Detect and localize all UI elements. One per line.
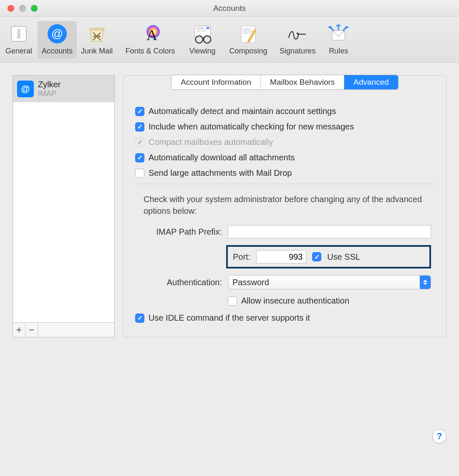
checkbox[interactable] <box>135 169 144 178</box>
window-controls <box>0 5 38 12</box>
toolbar-label: Rules <box>329 47 348 56</box>
toolbar-label: Junk Mail <box>81 47 113 56</box>
toolbar-label: Accounts <box>42 47 73 56</box>
svg-text:A: A <box>146 27 157 43</box>
settings-panel: Account Information Mailbox Behaviors Ad… <box>123 75 446 337</box>
option-compact-mailboxes: Compact mailboxes automatically <box>135 137 434 147</box>
toolbar-item-rules[interactable]: Rules <box>320 21 357 59</box>
tabs-bar: Account Information Mailbox Behaviors Ad… <box>124 75 446 90</box>
option-label: Automatically detect and maintain accoun… <box>149 106 336 116</box>
option-auto-detect[interactable]: Automatically detect and maintain accoun… <box>135 106 434 116</box>
imap-prefix-input[interactable] <box>228 225 431 238</box>
port-input[interactable] <box>256 250 306 263</box>
options-section: Automatically detect and maintain accoun… <box>124 90 446 337</box>
toolbar-label: General <box>5 47 32 56</box>
option-label: Include when automatically checking for … <box>149 122 354 132</box>
svg-rect-18 <box>243 28 250 30</box>
toolbar-item-junk-mail[interactable]: Junk Mail <box>77 21 117 59</box>
tab-account-information[interactable]: Account Information <box>171 75 260 89</box>
port-ssl-highlight: Port: Use SSL <box>226 245 431 268</box>
toolbar-item-viewing[interactable]: Viewing <box>184 21 221 59</box>
account-row[interactable]: @ Zylker IMAP <box>13 76 114 102</box>
option-use-idle[interactable]: Use IDLE command if the server supports … <box>135 313 434 323</box>
add-account-button[interactable]: + <box>13 323 25 337</box>
svg-rect-20 <box>243 33 251 34</box>
account-name: Zylker <box>38 80 61 89</box>
rules-icon <box>328 23 349 44</box>
option-allow-insecure[interactable]: Allow insecure authentication <box>228 296 431 306</box>
minimize-window-button[interactable] <box>19 5 26 12</box>
svg-text:@: @ <box>51 27 63 40</box>
option-label: Send large attachments with Mail Drop <box>149 168 292 178</box>
svg-rect-4 <box>89 28 104 30</box>
advanced-hint: Check with your system administrator bef… <box>144 193 431 217</box>
sidebar-spacer <box>13 102 114 322</box>
general-icon <box>8 23 29 44</box>
option-label: Allow insecure authentication <box>241 296 349 306</box>
titlebar: Accounts <box>0 0 459 17</box>
checkbox[interactable] <box>135 107 144 116</box>
remove-account-button[interactable]: − <box>25 323 38 337</box>
toolbar-item-composing[interactable]: Composing <box>221 21 275 59</box>
toolbar-item-general[interactable]: General <box>0 21 38 59</box>
checkbox[interactable] <box>135 153 144 162</box>
use-ssl-label: Use SSL <box>327 252 360 262</box>
toolbar-label: Composing <box>230 47 267 56</box>
authentication-value: Password <box>232 278 269 287</box>
tab-advanced[interactable]: Advanced <box>344 75 398 89</box>
option-mail-drop[interactable]: Send large attachments with Mail Drop <box>135 168 434 178</box>
svg-rect-1 <box>17 29 20 39</box>
viewing-icon <box>192 23 213 44</box>
sidebar-footer: + − <box>13 322 114 337</box>
select-stepper-icon <box>420 276 431 289</box>
content-area: @ Zylker IMAP + − Account Information Ma… <box>0 63 459 350</box>
zoom-window-button[interactable] <box>31 5 38 12</box>
accounts-icon: @ <box>47 23 68 44</box>
at-sign-icon: @ <box>17 81 34 97</box>
checkbox[interactable] <box>228 296 237 306</box>
checkbox <box>135 138 144 147</box>
account-type: IMAP <box>38 89 61 98</box>
window-title: Accounts <box>213 4 246 13</box>
toolbar-item-accounts[interactable]: @ Accounts <box>38 21 77 59</box>
toolbar-label: Signatures <box>280 47 315 56</box>
option-download-attachments[interactable]: Automatically download all attachments <box>135 153 434 162</box>
option-label: Compact mailboxes automatically <box>149 137 273 147</box>
checkbox[interactable] <box>135 122 144 132</box>
fonts-colors-icon: A <box>140 23 161 44</box>
close-window-button[interactable] <box>8 5 14 12</box>
use-ssl-checkbox[interactable] <box>312 252 321 261</box>
imap-prefix-label: IMAP Path Prefix: <box>139 227 222 237</box>
option-include-check[interactable]: Include when automatically checking for … <box>135 122 434 132</box>
svg-rect-11 <box>196 28 204 29</box>
option-label: Automatically download all attachments <box>149 153 295 162</box>
svg-rect-19 <box>243 30 253 32</box>
tab-mailbox-behaviors[interactable]: Mailbox Behaviors <box>260 75 344 89</box>
svg-rect-13 <box>196 31 207 32</box>
option-label: Use IDLE command if the server supports … <box>149 313 310 323</box>
help-button[interactable]: ? <box>432 429 446 443</box>
svg-rect-12 <box>196 29 207 30</box>
toolbar-label: Viewing <box>189 47 216 56</box>
toolbar-item-fonts-colors[interactable]: A Fonts & Colors <box>117 21 184 59</box>
divider <box>135 184 434 184</box>
signatures-icon <box>287 23 308 44</box>
checkbox[interactable] <box>135 314 144 323</box>
toolbar-item-signatures[interactable]: Signatures <box>275 21 320 59</box>
composing-icon <box>238 23 259 44</box>
port-label: Port: <box>233 252 250 262</box>
toolbar-label: Fonts & Colors <box>126 47 175 56</box>
junk-mail-icon <box>86 23 107 44</box>
accounts-sidebar: @ Zylker IMAP + − <box>13 75 115 337</box>
preferences-toolbar: General @ Accounts Junk Mail <box>0 17 459 63</box>
svg-rect-14 <box>207 27 209 29</box>
authentication-label: Authentication: <box>139 278 222 287</box>
authentication-select[interactable]: Password <box>228 275 431 289</box>
